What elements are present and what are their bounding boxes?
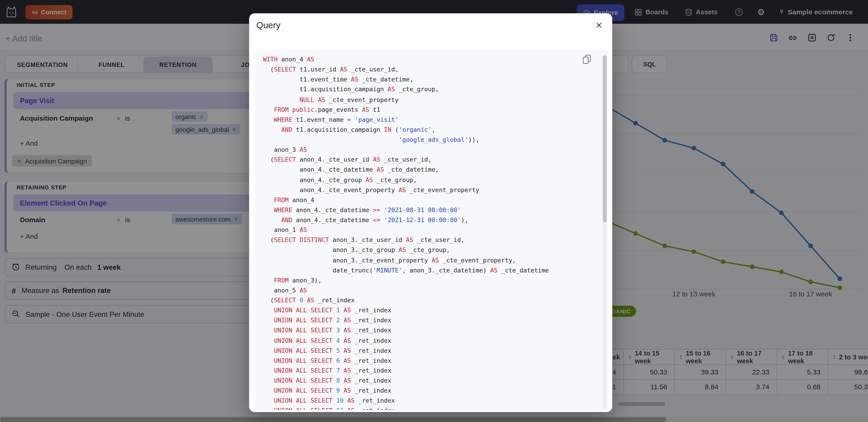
app-root: Connect Explore Boards Assets ? bbox=[0, 0, 868, 422]
sql-code-area: WITH anon_4 AS (SELECT t1.user_id AS _ct… bbox=[255, 50, 608, 410]
query-modal: Query ✕ WITH anon_4 AS (SELECT t1.user_i… bbox=[249, 13, 613, 412]
close-icon[interactable]: ✕ bbox=[593, 20, 605, 31]
sql-code: WITH anon_4 AS (SELECT t1.user_id AS _ct… bbox=[263, 55, 597, 410]
code-scrollbar-thumb[interactable] bbox=[603, 55, 607, 222]
copy-icon[interactable] bbox=[582, 54, 591, 64]
modal-title: Query bbox=[256, 21, 280, 30]
